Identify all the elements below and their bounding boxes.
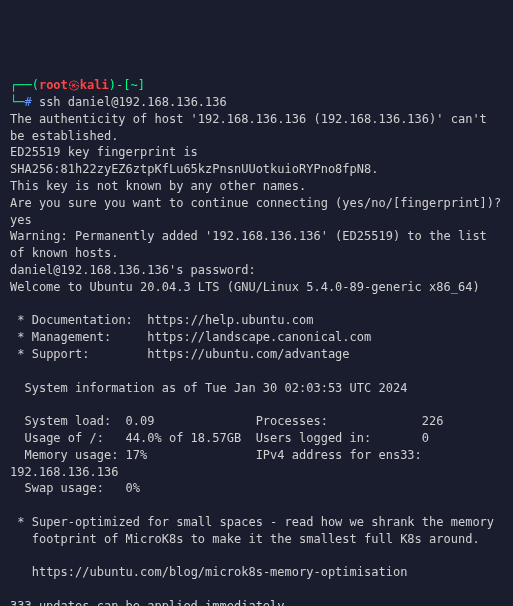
output-swap: Swap usage: 0% bbox=[10, 481, 140, 495]
prompt-host: kali bbox=[80, 78, 109, 92]
prompt-line2-prefix: └─ bbox=[10, 95, 24, 109]
terminal-output[interactable]: ┌──(root㉿kali)-[~] └─# ssh daniel@192.16… bbox=[10, 77, 503, 606]
output-fingerprint: ED25519 key fingerprint is SHA256:81h22z… bbox=[10, 145, 378, 176]
output-system-load: System load: 0.09 Processes: 226 bbox=[10, 414, 443, 428]
output-sysinfo-header: System information as of Tue Jan 30 02:0… bbox=[10, 381, 407, 395]
output-microk8s-url: https://ubuntu.com/blog/microk8s-memory-… bbox=[10, 565, 407, 579]
output-authenticity: The authenticity of host '192.168.136.13… bbox=[10, 112, 494, 143]
output-warning-added: Warning: Permanently added '192.168.136.… bbox=[10, 229, 494, 260]
prompt-path: ~ bbox=[130, 78, 137, 92]
prompt-open: ┌──( bbox=[10, 78, 39, 92]
prompt-hash: # bbox=[24, 95, 31, 109]
output-welcome: Welcome to Ubuntu 20.04.3 LTS (GNU/Linux… bbox=[10, 280, 480, 294]
kali-prompt-line2: └─# ssh daniel@192.168.136.136 bbox=[10, 95, 227, 109]
output-microk8s-1: * Super-optimized for small spaces - rea… bbox=[10, 515, 494, 529]
output-management: * Management: https://landscape.canonica… bbox=[10, 330, 371, 344]
output-updates-count: 333 updates can be applied immediately. bbox=[10, 599, 292, 606]
output-unknown-key: This key is not known by any other names… bbox=[10, 179, 306, 193]
output-memory: Memory usage: 17% IPv4 address for ens33… bbox=[10, 448, 429, 479]
ssh-command: ssh daniel@192.168.136.136 bbox=[32, 95, 227, 109]
output-documentation: * Documentation: https://help.ubuntu.com bbox=[10, 313, 313, 327]
kali-prompt-line1: ┌──(root㉿kali)-[~] bbox=[10, 78, 145, 92]
output-confirm-prompt: Are you sure you want to continue connec… bbox=[10, 196, 509, 227]
output-usage: Usage of /: 44.0% of 18.57GB Users logge… bbox=[10, 431, 429, 445]
output-support: * Support: https://ubuntu.com/advantage bbox=[10, 347, 350, 361]
prompt-close-paren: )-[ bbox=[109, 78, 131, 92]
output-microk8s-2: footprint of MicroK8s to make it the sma… bbox=[10, 532, 480, 546]
prompt-close-bracket: ] bbox=[138, 78, 145, 92]
output-password-prompt: daniel@192.168.136.136's password: bbox=[10, 263, 256, 277]
prompt-user: root bbox=[39, 78, 68, 92]
prompt-at: ㉿ bbox=[68, 78, 80, 92]
